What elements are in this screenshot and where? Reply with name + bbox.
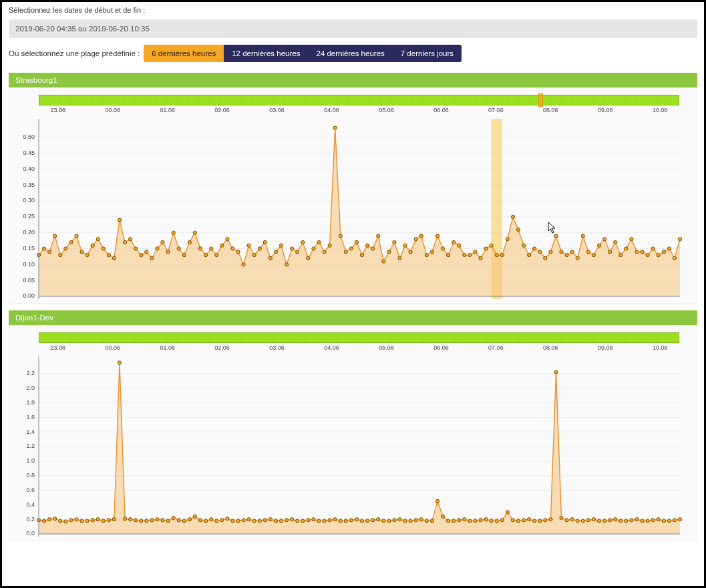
svg-point-129	[667, 247, 671, 250]
overview-strip[interactable]: 23.0600.0601.0602.0603.0604.0605.0606.06…	[39, 95, 679, 115]
svg-point-239	[479, 519, 482, 522]
svg-point-160	[53, 517, 57, 521]
svg-point-269	[641, 519, 644, 523]
svg-point-63	[312, 247, 315, 250]
svg-text:2.0: 2.0	[26, 384, 35, 391]
svg-text:1.0: 1.0	[26, 457, 35, 464]
svg-point-175	[134, 519, 138, 522]
svg-point-90	[458, 244, 461, 247]
svg-text:0.20: 0.20	[23, 229, 35, 236]
svg-point-258	[581, 519, 584, 523]
svg-point-64	[317, 240, 321, 244]
svg-point-213	[339, 519, 342, 523]
svg-point-172	[118, 361, 121, 364]
svg-point-237	[468, 519, 472, 523]
svg-point-254	[560, 516, 563, 519]
svg-point-249	[533, 519, 536, 523]
svg-text:0.45: 0.45	[23, 150, 35, 156]
svg-point-94	[479, 256, 482, 260]
svg-point-211	[328, 519, 331, 522]
svg-text:0.2: 0.2	[26, 516, 35, 523]
svg-point-76	[382, 260, 385, 263]
svg-point-206	[301, 519, 305, 523]
svg-point-78	[393, 240, 396, 244]
svg-point-47	[226, 238, 229, 241]
svg-point-209	[317, 519, 321, 523]
svg-point-174	[129, 518, 132, 521]
svg-point-233	[447, 519, 450, 523]
svg-point-262	[603, 519, 606, 523]
svg-point-248	[528, 518, 531, 521]
svg-point-113	[581, 234, 584, 238]
preset-7d-button[interactable]: 7 derniers jours	[393, 45, 462, 62]
svg-point-71	[355, 240, 358, 244]
svg-point-256	[570, 518, 574, 521]
svg-point-42	[198, 247, 202, 250]
svg-point-219	[371, 519, 375, 522]
svg-point-260	[592, 518, 595, 521]
svg-point-81	[409, 250, 412, 254]
svg-point-104	[533, 247, 536, 250]
svg-point-39	[182, 254, 186, 257]
svg-point-125	[646, 254, 649, 257]
overview-highlight[interactable]	[538, 93, 543, 107]
svg-point-199	[263, 519, 267, 522]
svg-point-253	[554, 370, 558, 374]
svg-point-201	[274, 519, 277, 523]
svg-point-240	[484, 518, 488, 521]
chart-plot[interactable]: 0.00.20.40.60.81.01.21.41.61.82.02.2	[39, 356, 679, 537]
svg-point-227	[414, 519, 417, 522]
svg-point-103	[528, 254, 531, 257]
svg-text:0.25: 0.25	[23, 213, 35, 220]
svg-point-118	[608, 250, 612, 254]
svg-point-214	[344, 519, 347, 523]
svg-point-167	[91, 519, 94, 522]
preset-12h-button[interactable]: 12 dernières heures	[224, 45, 308, 62]
preset-6h-button[interactable]: 6 dernières heures	[144, 45, 224, 62]
svg-text:0.00: 0.00	[23, 292, 35, 299]
svg-point-229	[425, 519, 428, 523]
preset-range-row: Ou sélectionnez une plage prédéfinie : 6…	[2, 42, 704, 69]
svg-point-228	[419, 518, 423, 521]
svg-point-179	[156, 518, 159, 521]
svg-point-112	[576, 256, 579, 260]
svg-point-35	[161, 240, 164, 244]
svg-point-176	[140, 519, 143, 523]
svg-point-61	[301, 240, 305, 244]
svg-point-271	[651, 519, 655, 522]
date-range-input[interactable]: 2019-06-20 04:35 au 2019-06-20 10:35	[9, 19, 697, 38]
svg-point-196	[247, 518, 250, 521]
svg-point-242	[495, 519, 498, 523]
preset-range-label: Ou sélectionnez une plage prédéfinie :	[9, 49, 140, 57]
svg-point-26	[112, 256, 116, 260]
svg-point-165	[80, 519, 83, 523]
svg-point-177	[145, 519, 148, 523]
svg-point-27	[118, 218, 121, 222]
svg-point-44	[210, 247, 213, 250]
svg-point-210	[323, 519, 326, 523]
svg-point-124	[641, 250, 644, 254]
svg-point-226	[409, 519, 412, 523]
svg-point-161	[59, 519, 62, 523]
svg-point-207	[307, 519, 310, 522]
date-range-value: 2019-06-20 04:35 au 2019-06-20 10:35	[15, 25, 150, 33]
svg-point-75	[377, 234, 380, 238]
svg-point-56	[274, 250, 277, 254]
svg-point-159	[48, 518, 51, 521]
svg-point-259	[586, 519, 590, 522]
svg-point-70	[349, 247, 353, 250]
preset-24h-button[interactable]: 24 dernières heures	[308, 45, 392, 62]
svg-point-73	[366, 244, 369, 247]
svg-point-200	[269, 518, 272, 521]
svg-point-82	[414, 238, 417, 241]
svg-point-192	[226, 517, 229, 521]
svg-point-66	[328, 244, 331, 247]
svg-point-69	[344, 250, 347, 254]
svg-point-43	[204, 254, 208, 257]
svg-point-234	[452, 519, 456, 523]
overview-strip[interactable]: 23.0600.0601.0602.0603.0604.0605.0606.06…	[39, 332, 679, 352]
svg-point-203	[285, 519, 289, 522]
svg-point-23	[96, 238, 100, 241]
svg-point-72	[360, 254, 363, 257]
chart-plot[interactable]: 0.000.050.100.150.200.250.300.350.400.45…	[39, 119, 679, 299]
